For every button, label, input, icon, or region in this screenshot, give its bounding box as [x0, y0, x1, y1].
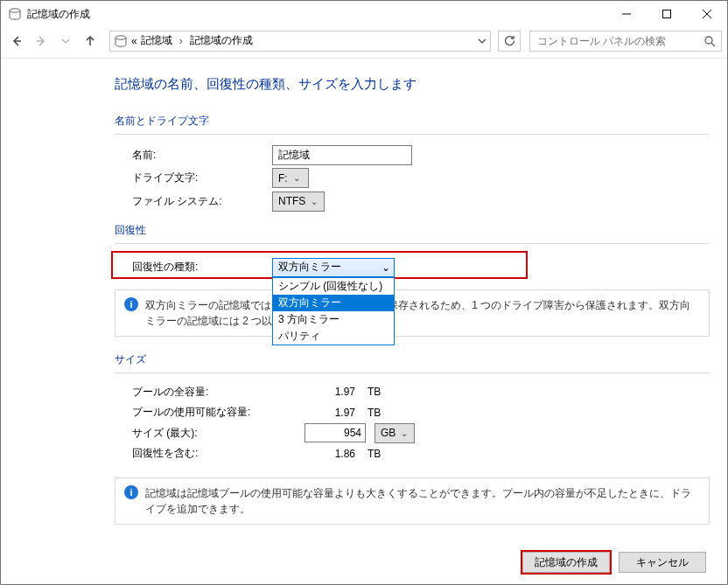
page-body: 記憶域の名前、回復性の種類、サイズを入力します 名前とドライブ文字 名前: ドラ… — [1, 59, 727, 540]
footer: 記憶域の作成 キャンセル — [1, 540, 727, 584]
address-bar[interactable]: « 記憶域 › 記憶域の作成 — [109, 31, 491, 52]
size-info: i 記憶域は記憶域プールの使用可能な容量よりも大きくすることができます。プール内… — [115, 477, 710, 525]
avail-label: プールの使用可能な容量: — [115, 405, 303, 420]
name-input[interactable] — [272, 145, 412, 165]
drives-icon — [114, 34, 128, 48]
chevron-down-icon: ⌄ — [311, 197, 318, 206]
svg-point-8 — [116, 35, 126, 38]
group-resiliency-title: 回復性 — [115, 223, 710, 238]
total-label: プールの全容量: — [115, 385, 303, 400]
minimize-button[interactable] — [606, 1, 647, 27]
info-icon: i — [124, 297, 138, 311]
option-parity[interactable]: パリティ — [273, 328, 394, 345]
incl-resi-value: 1.86 — [303, 448, 355, 460]
back-button[interactable] — [6, 31, 27, 52]
cancel-button[interactable]: キャンセル — [619, 552, 706, 573]
total-unit: TB — [368, 386, 394, 398]
resiliency-area: 回復性の種類: 双方向ミラー ⌄ シンプル (回復性なし) 双方向ミラー 3 方… — [115, 253, 710, 352]
avail-value: 1.97 — [303, 407, 355, 419]
forward-button[interactable] — [31, 31, 52, 52]
avail-unit: TB — [368, 407, 394, 419]
create-button[interactable]: 記憶域の作成 — [522, 552, 610, 573]
svg-point-9 — [705, 37, 712, 44]
incl-resi-label: 回復性を含む: — [115, 446, 303, 461]
maximize-button[interactable] — [647, 1, 687, 27]
address-dropdown-icon[interactable] — [478, 37, 486, 45]
svg-line-10 — [711, 43, 715, 46]
breadcrumb-sep: › — [179, 35, 183, 47]
resiliency-type-value: 双方向ミラー — [278, 260, 341, 275]
fs-value: NTFS — [278, 195, 305, 207]
resiliency-dropdown[interactable]: シンプル (回復性なし) 双方向ミラー 3 方向ミラー パリティ — [272, 277, 395, 345]
resiliency-info-text: 双方向ミラーの記憶域では、データのコピーが 2 つ保存されるため、1 つのドライ… — [145, 297, 700, 329]
fs-select[interactable]: NTFS⌄ — [272, 192, 325, 212]
breadcrumb-prefix: « — [131, 35, 137, 47]
drive-value: F: — [278, 172, 288, 185]
max-size-unit-select[interactable]: GB⌄ — [374, 423, 415, 443]
resiliency-type-label: 回復性の種類: — [115, 260, 272, 275]
size-info-text: 記憶域は記憶域プールの使用可能な容量よりも大きくすることができます。プール内の容… — [145, 485, 700, 517]
svg-rect-2 — [663, 10, 671, 18]
up-button[interactable] — [80, 31, 101, 52]
navbar: « 記憶域 › 記憶域の作成 — [1, 27, 727, 59]
page-heading: 記憶域の名前、回復性の種類、サイズを入力します — [115, 76, 710, 93]
titlebar: 記憶域の作成 — [1, 1, 727, 27]
max-size-unit: GB — [381, 427, 396, 439]
search-box[interactable] — [529, 31, 722, 52]
option-three-way-mirror[interactable]: 3 方向ミラー — [273, 311, 394, 328]
history-dropdown[interactable] — [55, 31, 76, 52]
search-icon — [704, 35, 716, 47]
chevron-down-icon: ⌄ — [401, 428, 408, 438]
search-input[interactable] — [536, 34, 704, 48]
max-label: サイズ (最大): — [115, 426, 303, 441]
resiliency-type-select[interactable]: 双方向ミラー ⌄ — [272, 258, 395, 277]
max-size-input[interactable] — [304, 423, 366, 442]
refresh-button[interactable] — [498, 31, 521, 52]
window-title: 記憶域の作成 — [27, 7, 606, 22]
resiliency-info: i 双方向ミラーの記憶域では、データのコピーが 2 つ保存されるため、1 つのド… — [115, 289, 710, 337]
option-simple[interactable]: シンプル (回復性なし) — [273, 278, 394, 295]
chevron-down-icon: ⌄ — [382, 261, 390, 274]
window-buttons — [606, 1, 727, 27]
option-two-way-mirror[interactable]: 双方向ミラー — [273, 295, 394, 311]
fs-label: ファイル システム: — [115, 194, 272, 209]
name-label: 名前: — [115, 148, 272, 163]
breadcrumb-2[interactable]: 記憶域の作成 — [190, 33, 253, 48]
window: 記憶域の作成 « 記憶域 › 記憶域の作成 記憶域の名前、回復性の種類、サイズを… — [0, 0, 728, 585]
breadcrumb-1[interactable]: 記憶域 — [141, 33, 172, 48]
drive-select[interactable]: F:⌄ — [272, 168, 309, 188]
app-icon — [8, 7, 22, 21]
chevron-down-icon: ⌄ — [293, 173, 300, 183]
total-value: 1.97 — [303, 386, 355, 398]
incl-resi-unit: TB — [368, 448, 394, 460]
drive-label: ドライブ文字: — [115, 171, 272, 185]
close-button[interactable] — [687, 1, 727, 27]
info-icon: i — [124, 485, 138, 499]
group-name-title: 名前とドライブ文字 — [115, 114, 710, 129]
group-size-title: サイズ — [115, 352, 710, 367]
svg-point-0 — [10, 9, 20, 12]
